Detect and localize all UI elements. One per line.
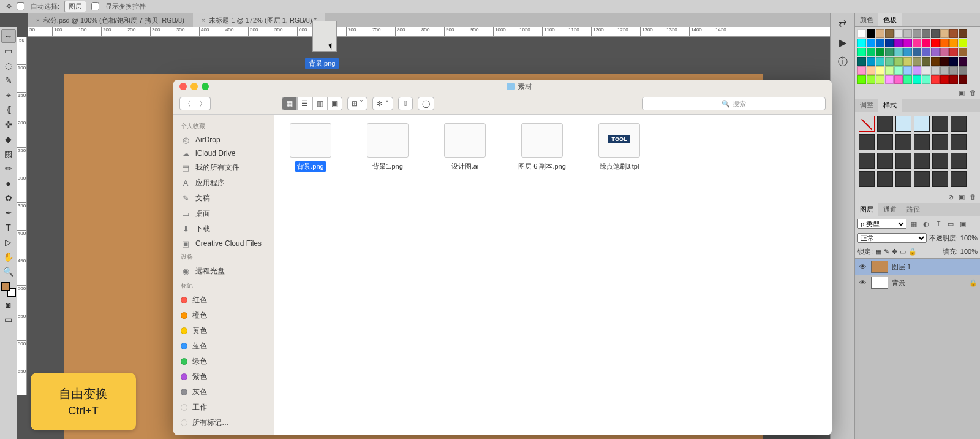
swatch[interactable]	[858, 39, 866, 47]
lock-all-icon[interactable]: 🔒	[908, 248, 917, 256]
swatch[interactable]	[903, 48, 912, 56]
swatch[interactable]	[867, 39, 875, 47]
share-button[interactable]: ⇧	[398, 97, 413, 110]
layer-item[interactable]: 👁背景🔒	[855, 275, 980, 291]
sidebar-item[interactable]: 橙色	[173, 308, 274, 323]
tab-paths[interactable]: 路径	[902, 203, 925, 216]
swatch[interactable]	[922, 57, 930, 66]
file-item[interactable]: 图层 6 副本.png	[514, 123, 570, 172]
layer-item[interactable]: 👁图层 1	[855, 259, 980, 275]
screenmode-button[interactable]: ▭	[1, 313, 16, 326]
tool-button[interactable]: ✏	[1, 162, 16, 175]
swatch[interactable]	[949, 29, 958, 38]
tool-button[interactable]: ◆	[1, 132, 16, 146]
style-preset[interactable]	[895, 134, 911, 150]
style-preset[interactable]	[914, 153, 930, 169]
filter-smart-icon[interactable]: ▣	[958, 219, 968, 229]
tags-button[interactable]: ◯	[418, 97, 434, 110]
tool-button[interactable]: ⌖	[1, 88, 16, 102]
visibility-icon[interactable]: 👁	[858, 279, 867, 286]
swatch[interactable]	[922, 75, 930, 84]
arrange-button[interactable]: ⊞ ˅	[347, 97, 368, 110]
swatch[interactable]	[931, 29, 940, 38]
sidebar-item[interactable]: 红色	[173, 292, 274, 308]
tool-button[interactable]: T	[1, 221, 16, 234]
sidebar-item[interactable]: A应用程序	[173, 175, 274, 191]
file-item[interactable]: 背景.png	[283, 123, 338, 172]
back-button[interactable]: 〈	[179, 97, 195, 110]
style-preset[interactable]	[877, 134, 893, 150]
swatch[interactable]	[876, 75, 884, 84]
style-preset[interactable]	[914, 116, 930, 132]
sidebar-item[interactable]: 蓝色	[173, 338, 274, 354]
new-swatch-icon[interactable]: ▣	[959, 89, 965, 97]
style-preset[interactable]	[859, 116, 875, 132]
swatch[interactable]	[867, 29, 875, 38]
sidebar-item[interactable]: 紫色	[173, 369, 274, 384]
swatch[interactable]	[913, 29, 921, 38]
style-preset[interactable]	[859, 171, 875, 187]
style-preset[interactable]	[859, 134, 875, 150]
icon-view-button[interactable]: ▦	[282, 97, 297, 110]
swatch[interactable]	[931, 48, 940, 56]
swatch[interactable]	[858, 66, 866, 75]
sidebar-item[interactable]: ◉远程光盘	[173, 264, 274, 279]
file-item[interactable]: TOOL躁点笔刷3.tpl	[592, 123, 647, 172]
tool-button[interactable]: ◌	[1, 59, 16, 72]
tool-button[interactable]: ✿	[1, 191, 16, 205]
tool-button[interactable]: ●	[1, 177, 16, 190]
search-field[interactable]: 🔍 搜索	[642, 97, 826, 110]
lock-paint-icon[interactable]: ✎	[884, 248, 889, 256]
filter-shape-icon[interactable]: ▭	[946, 219, 956, 229]
action-button[interactable]: ✻ ˅	[372, 97, 393, 110]
swatch[interactable]	[949, 57, 958, 66]
swatch[interactable]	[949, 75, 958, 84]
info-icon[interactable]: ⓘ	[836, 56, 850, 67]
swatch[interactable]	[922, 66, 930, 75]
layer-thumbnail[interactable]	[871, 261, 888, 273]
finder-titlebar[interactable]: 素材	[173, 80, 832, 94]
swatch[interactable]	[885, 39, 894, 47]
style-preset[interactable]	[932, 116, 948, 132]
lock-position-icon[interactable]: ✥	[892, 248, 897, 256]
swatch[interactable]	[922, 39, 930, 47]
sidebar-item[interactable]: 工作	[173, 400, 274, 415]
lock-transparent-icon[interactable]: ▦	[875, 248, 881, 256]
swatch[interactable]	[959, 66, 967, 75]
swatch[interactable]	[922, 29, 930, 38]
swatch[interactable]	[959, 29, 967, 38]
show-transform-checkbox[interactable]	[91, 2, 99, 10]
tab-layers[interactable]: 图层	[855, 203, 878, 216]
swatch[interactable]	[959, 75, 967, 84]
swatch[interactable]	[940, 29, 949, 38]
swatch[interactable]	[894, 29, 903, 38]
finder-window[interactable]: 素材 〈 〉 ▦ ☰ ▥ ▣ ⊞ ˅ ✻ ˅ ⇧ ◯ 🔍 搜索 个人收藏◎Air…	[173, 80, 832, 435]
sidebar-item[interactable]: 绿色	[173, 354, 274, 369]
tool-button[interactable]: 🔍	[1, 265, 16, 278]
swatch[interactable]	[867, 75, 875, 84]
swatch[interactable]	[913, 48, 921, 56]
swatch[interactable]	[959, 48, 967, 56]
tab-adjust[interactable]: 调整	[855, 99, 878, 112]
histogram-icon[interactable]: ⇄	[836, 17, 850, 28]
swatch[interactable]	[894, 48, 903, 56]
swatch[interactable]	[940, 66, 949, 75]
sidebar-item[interactable]: ☁iCloud Drive	[173, 147, 274, 160]
swatch[interactable]	[858, 48, 866, 56]
blend-mode-select[interactable]: 正常	[858, 233, 927, 243]
swatch[interactable]	[940, 75, 949, 84]
style-preset[interactable]	[895, 116, 911, 132]
tool-button[interactable]: ✋	[1, 250, 16, 264]
swatch[interactable]	[931, 57, 940, 66]
tool-button[interactable]: ▭	[1, 44, 16, 58]
swatch[interactable]	[867, 48, 875, 56]
swatch[interactable]	[959, 57, 967, 66]
tool-button[interactable]: ✜	[1, 118, 16, 131]
swatch[interactable]	[903, 39, 912, 47]
layer-thumbnail[interactable]	[871, 277, 888, 289]
swatch[interactable]	[894, 75, 903, 84]
swatch[interactable]	[949, 39, 958, 47]
trash-icon[interactable]: 🗑	[970, 193, 976, 200]
column-view-button[interactable]: ▥	[312, 97, 328, 110]
swatch[interactable]	[867, 66, 875, 75]
